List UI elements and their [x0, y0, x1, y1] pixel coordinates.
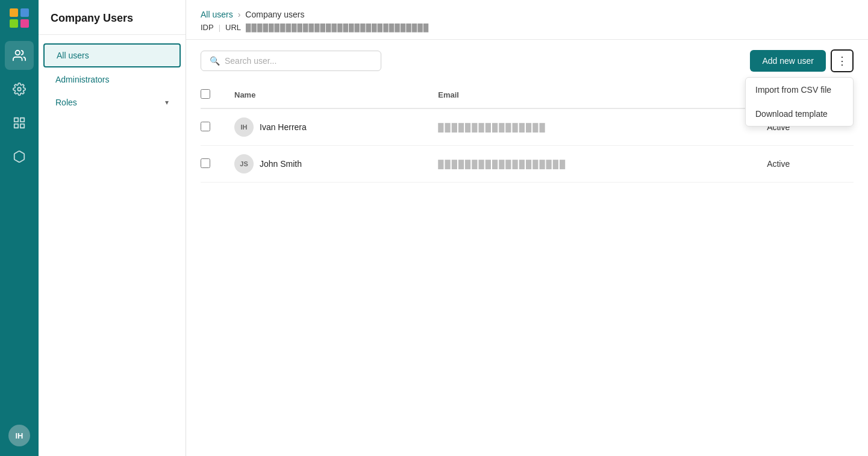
search-box[interactable]: 🔍 [201, 51, 381, 71]
user-name-cell: JS John Smith [225, 146, 428, 183]
status-badge: Active [767, 159, 790, 169]
table-header-checkbox [201, 82, 225, 108]
sidebar-item-label: Roles [55, 98, 77, 107]
sidebar-item-label: All users [57, 51, 89, 60]
content-header: All users › Company users IDP | URL ████… [186, 0, 868, 40]
app-logo[interactable] [8, 7, 30, 29]
table-header-email: Email [428, 82, 757, 108]
more-button-wrapper: ⋮ Import from CSV file Download template [831, 49, 854, 72]
user-email-cell: ████████████████ [428, 108, 757, 146]
user-name: John Smith [260, 159, 302, 169]
table-row[interactable]: JS John Smith ███████████████████ Active [201, 146, 854, 183]
user-avatar-nav[interactable]: IH [8, 425, 30, 446]
svg-rect-8 [14, 124, 18, 128]
user-cell: JS John Smith [234, 154, 419, 173]
sidebar-item-all-users[interactable]: All users [43, 43, 181, 67]
breadcrumb: All users › Company users [201, 10, 854, 19]
svg-rect-1 [20, 8, 29, 17]
toolbar: 🔍 Add new user ⋮ Import from CSV file Do… [186, 40, 868, 82]
row-checkbox[interactable] [201, 122, 210, 131]
dropdown-menu: Import from CSV file Download template [745, 77, 854, 126]
more-options-button[interactable]: ⋮ [831, 49, 854, 72]
chevron-down-icon: ▾ [165, 98, 169, 107]
row-checkbox[interactable] [201, 158, 210, 168]
nav-users-icon[interactable] [5, 41, 34, 70]
url-value: ████████████████████████████████ [246, 23, 429, 32]
svg-point-4 [16, 51, 20, 55]
nav-cube-icon[interactable] [5, 142, 34, 171]
url-label: URL [225, 23, 241, 32]
table-header-name: Name [225, 82, 428, 108]
avatar: IH [234, 117, 254, 137]
svg-rect-3 [20, 19, 29, 28]
user-cell: IH Ivan Herrera [234, 117, 419, 137]
breadcrumb-separator: › [238, 10, 241, 19]
user-email-cell: ███████████████████ [428, 146, 757, 183]
nav-settings-icon[interactable] [5, 75, 34, 104]
user-email: ███████████████████ [438, 160, 566, 169]
search-input[interactable] [225, 56, 372, 66]
select-all-checkbox[interactable] [201, 89, 210, 99]
sidebar: Company Users All users Administrators R… [39, 0, 186, 456]
breadcrumb-current: Company users [245, 10, 304, 19]
idp-label: IDP [201, 23, 214, 32]
svg-rect-7 [20, 118, 24, 122]
user-email: ████████████████ [438, 123, 546, 132]
search-icon: 🔍 [210, 56, 220, 66]
svg-rect-0 [10, 8, 18, 17]
import-csv-item[interactable]: Import from CSV file [746, 78, 853, 102]
idp-separator: | [219, 23, 220, 32]
breadcrumb-all-users[interactable]: All users [201, 10, 233, 19]
svg-rect-9 [20, 124, 24, 128]
download-template-item[interactable]: Download template [746, 102, 853, 126]
row-checkbox-cell [201, 108, 225, 146]
user-status-cell: Active [757, 146, 854, 183]
toolbar-actions: Add new user ⋮ Import from CSV file Down… [750, 49, 854, 72]
idp-url-row: IDP | URL ██████████████████████████████… [201, 23, 854, 32]
svg-rect-2 [10, 19, 18, 28]
svg-point-5 [17, 87, 21, 91]
sidebar-title: Company Users [39, 0, 186, 35]
sidebar-item-administrators[interactable]: Administrators [43, 69, 181, 90]
add-new-user-button[interactable]: Add new user [750, 50, 826, 72]
user-name-cell: IH Ivan Herrera [225, 108, 428, 146]
sidebar-nav: All users Administrators Roles ▾ [39, 35, 186, 122]
svg-rect-6 [14, 118, 18, 122]
nav-grid-icon[interactable] [5, 108, 34, 137]
user-name: Ivan Herrera [260, 122, 307, 132]
users-table-container: Name Email Status IH Ivan Herrera [186, 82, 868, 456]
sidebar-item-roles[interactable]: Roles ▾ [43, 92, 181, 113]
icon-nav: IH [0, 0, 39, 456]
avatar: JS [234, 154, 254, 173]
sidebar-item-label: Administrators [55, 75, 109, 84]
row-checkbox-cell [201, 146, 225, 183]
main-content: All users › Company users IDP | URL ████… [186, 0, 868, 456]
